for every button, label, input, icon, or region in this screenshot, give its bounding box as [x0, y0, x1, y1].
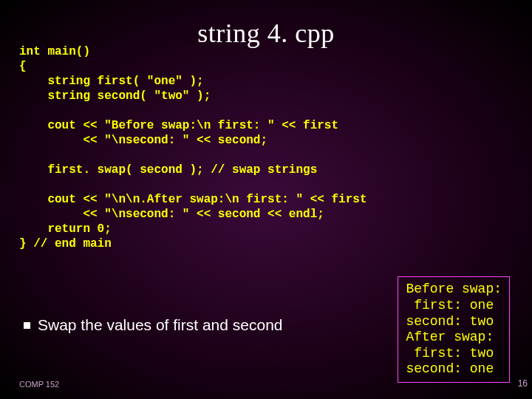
bullet-text: Swap the values of first and second — [38, 316, 283, 334]
footer-page-number: 16 — [518, 378, 528, 389]
bullet-row: Swap the values of first and second — [24, 316, 283, 334]
output-box: Before swap: first: one second: two Afte… — [398, 276, 510, 383]
bullet-square-icon — [24, 322, 30, 329]
footer-course: COMP 152 — [19, 380, 59, 389]
code-block: int main() { string first( "one" ); stri… — [19, 44, 513, 251]
